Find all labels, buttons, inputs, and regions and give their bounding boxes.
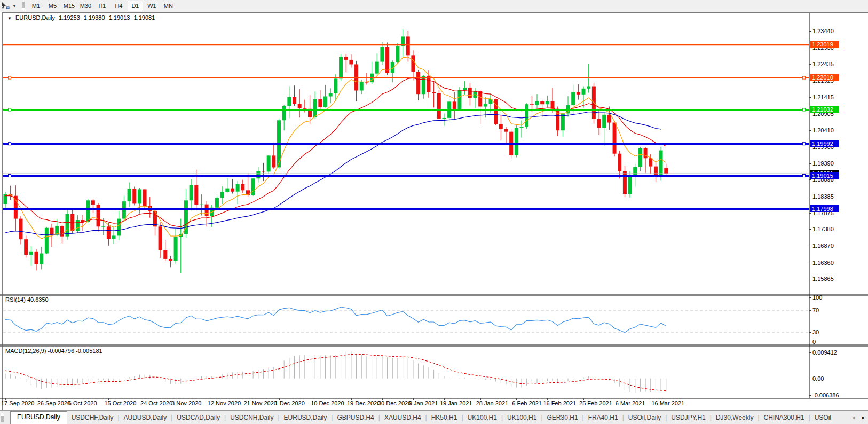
price-axis-tick: 1.22435	[812, 61, 834, 67]
rsi-label: RSI(14) 40.6350	[5, 296, 49, 303]
chart-tab-usoil[interactable]: USOil	[810, 412, 835, 423]
ohlc-close: 1.19081	[134, 14, 155, 21]
chart-tab-china300-h1[interactable]: CHINA300,H1	[760, 412, 809, 423]
date-axis-label: 12 Nov 2020	[208, 400, 241, 406]
price-axis-tick: 1.18385	[812, 193, 834, 200]
chart-tab-hk50-h1[interactable]: HK50,H1	[427, 412, 462, 423]
macd-axis-tick: -0.006386	[812, 392, 839, 398]
date-axis-label: 16 Feb 2021	[543, 400, 576, 406]
date-axis-label: 15 Oct 2020	[104, 400, 136, 406]
price-axis-tick: 1.17380	[812, 226, 834, 232]
macd-axis-tick: 0.009412	[812, 349, 837, 356]
tabbar-grip[interactable]	[1, 413, 4, 422]
chart-tab-usoil-daily[interactable]: USOil,Daily	[624, 412, 665, 423]
mt4-window: ▼ M1M5M15M30H1H4D1W1MN ▼ EURUSD,Daily 1.…	[0, 0, 868, 424]
price-axis-tick: 1.15865	[812, 276, 834, 282]
chart-tab-dj30-weekly[interactable]: DJ30,Weekly	[712, 412, 757, 423]
price-axis-tick: 1.19390	[812, 160, 834, 167]
ohlc-open: 1.19253	[59, 14, 80, 21]
chart-tab-usdjpy-h1[interactable]: USDJPY,H1	[667, 412, 709, 423]
ohlc-high: 1.19380	[84, 14, 105, 21]
chart-tab-eurusd-daily[interactable]: EURUSD,Daily	[280, 412, 332, 423]
date-axis-label: 17 Sep 2020	[1, 400, 34, 406]
tab-scroll-left-icon[interactable]: ◄	[851, 415, 856, 420]
date-axis-label: 28 Jan 2021	[476, 400, 509, 406]
chart-tab-xauusd-h4[interactable]: XAUUSD,H4	[380, 412, 425, 423]
rsi-axis-tick: 30	[812, 329, 819, 335]
chart-tab-ger30-h1[interactable]: GER30,H1	[543, 412, 582, 423]
date-axis-label: 25 Feb 2021	[579, 400, 612, 406]
chart-tab-usdchf-daily[interactable]: USDCHF,Daily	[67, 412, 118, 423]
level-price-badge-1.19015: 1.19015	[810, 172, 839, 179]
chart-canvas[interactable]	[0, 0, 868, 424]
price-axis-tick: 1.16870	[812, 242, 834, 249]
pane-frames	[0, 13, 868, 398]
date-axis-label: 9 Jan 2021	[409, 400, 438, 406]
rsi-axis-tick: 100	[812, 294, 822, 301]
price-axis-tick: 1.21415	[812, 94, 834, 100]
price-axis-tick: 1.16360	[812, 260, 834, 266]
macd-indicator	[5, 352, 666, 393]
rsi-indicator	[3, 307, 809, 333]
rsi-axis-tick: 0	[812, 339, 816, 345]
chart-tab-fra40-h1[interactable]: FRA40,H1	[584, 412, 622, 423]
date-axis-label: 16 Mar 2021	[651, 400, 684, 406]
price-axis-tick: 1.23440	[812, 28, 834, 34]
chart-tab-audusd-daily[interactable]: AUDUSD,Daily	[120, 412, 171, 423]
price-axis-tick: 1.20410	[812, 127, 834, 134]
tab-scroll-right-icon[interactable]: ►	[861, 415, 866, 420]
date-axis-label: 6 Feb 2021	[512, 400, 542, 406]
level-price-badge-1.17998: 1.17998	[810, 205, 839, 212]
chart-tab-bar: EURUSD,DailyUSDCHF,Daily|AUDUSD,Daily|US…	[0, 410, 868, 424]
level-price-badge-1.19992: 1.19992	[810, 140, 839, 147]
chart-tab-eurusd-daily[interactable]: EURUSD,Daily	[10, 411, 67, 424]
date-axis-label: 24 Oct 2020	[140, 400, 172, 406]
rsi-axis-tick: 70	[812, 307, 819, 313]
date-axis-label: 26 Sep 2020	[37, 400, 70, 406]
chart-tab-usdcnh-daily[interactable]: USDCNH,Daily	[226, 412, 278, 423]
collapse-icon[interactable]: ▼	[7, 16, 12, 21]
date-axis-label: 6 Oct 2020	[68, 400, 97, 406]
level-price-badge-1.22010: 1.22010	[810, 74, 839, 81]
date-axis-label: 30 Dec 2020	[378, 400, 411, 406]
symbol-period-label: EURUSD,Daily	[15, 14, 55, 21]
date-axis-label: 19 Dec 2020	[347, 400, 380, 406]
candlesticks	[4, 29, 668, 273]
chart-tab-gbpusd-h4[interactable]: GBPUSD,H4	[333, 412, 378, 423]
macd-label: MACD(12,26,9) -0.004796 -0.005181	[5, 348, 102, 354]
date-axis-label: 21 Nov 2020	[243, 400, 277, 406]
date-axis-label: 10 Dec 2020	[311, 400, 344, 406]
chart-tab-uk100-h1[interactable]: UK100,H1	[503, 412, 541, 423]
chart-tab-usdcad-daily[interactable]: USDCAD,Daily	[172, 412, 224, 423]
date-axis-label: 19 Jan 2021	[440, 400, 472, 406]
level-price-badge-1.21032: 1.21032	[810, 106, 839, 113]
macd-axis-tick: 0.00	[812, 375, 824, 382]
chart-tab-uk100-h1[interactable]: UK100,H1	[463, 412, 501, 423]
horizontal-level-lines[interactable]	[3, 45, 809, 209]
date-axis-label: 6 Mar 2021	[616, 400, 645, 406]
ohlc-low: 1.19013	[109, 14, 130, 21]
level-price-badge-1.23019: 1.23019	[810, 41, 839, 48]
date-axis-label: 1 Dec 2020	[275, 400, 305, 406]
chart-title: ▼ EURUSD,Daily 1.19253 1.19380 1.19013 1…	[7, 14, 157, 21]
date-axis-label: 3 Nov 2020	[171, 400, 201, 406]
